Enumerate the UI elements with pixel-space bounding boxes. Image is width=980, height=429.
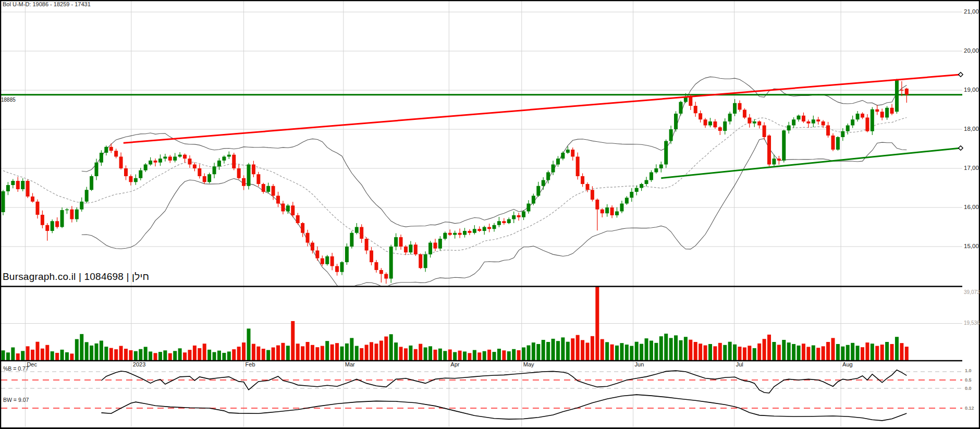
price-axis-tick-label: 20,000	[964, 48, 980, 54]
month-axis-label: Aug	[842, 362, 853, 367]
bandwidth-indicator-label: BW = 9.07	[3, 397, 29, 403]
price-axis-tick-label: 15,000	[964, 243, 980, 250]
month-axis-label: Apr	[450, 362, 459, 367]
price-axis-tick-label: 17,000	[964, 165, 980, 171]
price-axis-tick-label: 19,000	[964, 87, 980, 93]
percent-b-scale-label: 0.0	[965, 386, 972, 391]
month-axis-label: Dec	[27, 362, 37, 367]
trendlines-layer	[124, 72, 963, 178]
branding-watermark: Bursagraph.co.il | 1084698 | חילן	[3, 272, 149, 281]
month-axis-label: Jun	[635, 362, 644, 367]
rising-resistance-end-marker	[959, 72, 963, 77]
bollinger-bands-layer	[3, 77, 906, 290]
bollinger-values-label: Bol U-M-D: 19086 - 18259 - 17431	[3, 2, 91, 7]
last-price-label: 18885	[1, 97, 16, 103]
month-axis-label: May	[523, 362, 534, 367]
percent-b-scale-label: 0.5	[965, 378, 972, 383]
month-axis-label: Mar	[345, 362, 355, 367]
bandwidth-line-layer	[101, 395, 906, 421]
month-axis-label: 2023	[133, 362, 145, 367]
percent-b-indicator-label: %B = 0.77	[3, 366, 29, 372]
bandwidth-scale-label: 0.12	[965, 406, 974, 411]
price-axis-tick-label: 21,000	[964, 9, 980, 15]
price-axis-tick-label: 16,000	[964, 204, 980, 211]
candles-layer	[2, 79, 909, 284]
percent-b-line-layer	[101, 370, 906, 393]
percent-b-scale-label: 1.0	[965, 369, 972, 373]
rising-support-end-marker	[959, 146, 963, 150]
month-axis-label: Feb	[246, 362, 255, 367]
panel-borders-layer	[0, 0, 980, 429]
month-axis-label: Jul	[736, 362, 743, 367]
volume-axis-max-label: 39,073	[964, 290, 980, 295]
bursagraph-chart[interactable]: Bol U-M-D: 19086 - 18259 - 17431 18885 B…	[0, 0, 980, 429]
chart-canvas[interactable]	[0, 0, 980, 429]
volume-axis-mid-label: 19,536	[964, 321, 980, 326]
price-axis-tick-label: 18,000	[964, 126, 980, 132]
